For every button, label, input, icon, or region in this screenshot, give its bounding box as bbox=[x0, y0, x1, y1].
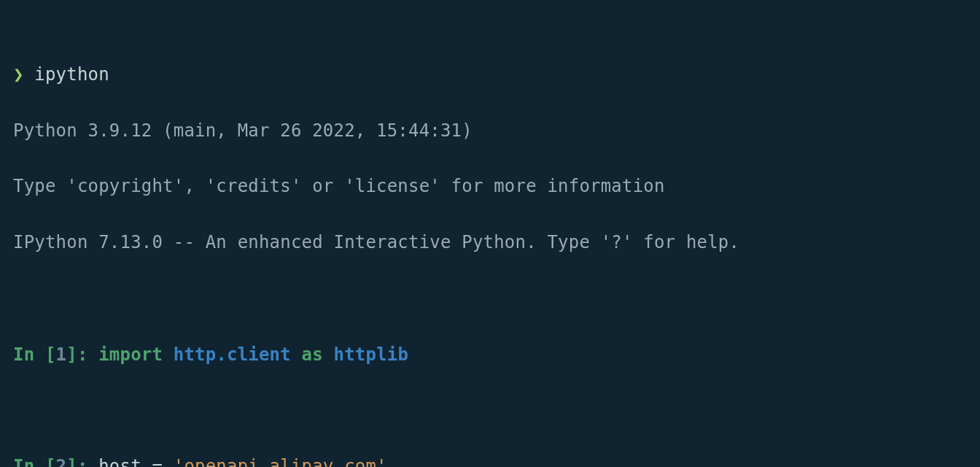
bracket-close: ]: bbox=[66, 456, 98, 467]
code-text: host = bbox=[98, 456, 174, 467]
keyword-import: import bbox=[98, 344, 163, 365]
shell-prompt-line: ❯ ipython bbox=[13, 61, 967, 88]
python-version-line: Python 3.9.12 (main, Mar 26 2022, 15:44:… bbox=[13, 117, 967, 144]
in-number: 2 bbox=[56, 456, 67, 467]
input-1: In [1]: import http.client as httplib bbox=[13, 341, 967, 368]
bracket-open: [ bbox=[45, 456, 56, 467]
blank-line bbox=[13, 285, 967, 312]
bracket-open: [ bbox=[45, 344, 56, 365]
blank-line bbox=[13, 396, 967, 424]
type-help-line: Type 'copyright', 'credits' or 'license'… bbox=[13, 172, 967, 200]
module-name: http.client bbox=[174, 344, 291, 365]
shell-command: ipython bbox=[34, 64, 109, 85]
terminal[interactable]: ❯ ipython Python 3.9.12 (main, Mar 26 20… bbox=[0, 0, 980, 467]
alias-name: httplib bbox=[334, 344, 409, 365]
input-2: In [2]: host = 'openapi.alipay.com' bbox=[13, 452, 967, 467]
keyword-as: as bbox=[302, 344, 323, 365]
string-literal: 'openapi.alipay.com' bbox=[174, 456, 387, 467]
bracket-close: ]: bbox=[66, 344, 98, 365]
in-label: In bbox=[13, 456, 45, 467]
in-label: In bbox=[13, 344, 45, 365]
ipython-version-line: IPython 7.13.0 -- An enhanced Interactiv… bbox=[13, 228, 967, 256]
in-number: 1 bbox=[56, 344, 67, 365]
shell-prompt-symbol: ❯ bbox=[13, 64, 24, 85]
